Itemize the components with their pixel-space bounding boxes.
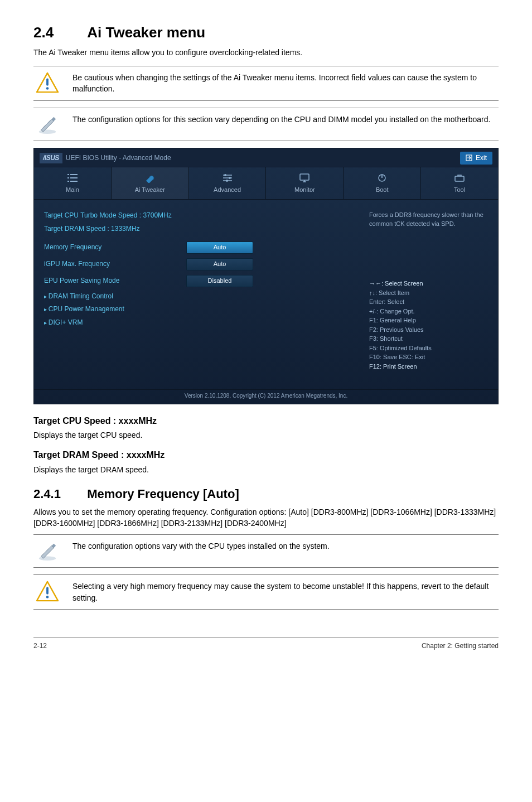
- target-dram-body: Displays the target DRAM speed.: [33, 464, 499, 475]
- bios-brand: /ISUS UEFI BIOS Utility - Advanced Mode: [40, 153, 171, 163]
- tab-ai-label: Ai Tweaker: [135, 186, 165, 193]
- page-footer: 2-12 Chapter 2: Getting started: [33, 637, 499, 651]
- chapter-label: Chapter 2: Getting started: [422, 641, 499, 651]
- key-b: ↑↓: Select Item: [369, 288, 490, 298]
- subsection-heading: 2.4.1 Memory Frequency [Auto]: [33, 485, 499, 503]
- key-h: F5: Optimized Defaults: [369, 344, 490, 353]
- list-icon: [66, 173, 79, 183]
- config-note-text: The configuration options for this secti…: [72, 114, 499, 125]
- key-d: +/-: Change Opt.: [369, 307, 490, 316]
- svg-rect-12: [455, 176, 464, 181]
- exit-button[interactable]: Exit: [460, 152, 492, 165]
- sub-digi-vrm[interactable]: DIGI+ VRM: [44, 318, 351, 327]
- exit-label: Exit: [476, 153, 487, 163]
- svg-point-2: [46, 87, 49, 90]
- igpu-label: iGPU Max. Frequency: [44, 259, 186, 269]
- bios-options-panel: Target CPU Turbo Mode Speed : 3700MHz Ta…: [34, 200, 361, 389]
- target-cpu-line: Target CPU Turbo Mode Speed : 3700MHz: [44, 211, 351, 220]
- mem-freq-value[interactable]: Auto: [186, 241, 253, 254]
- unstable-note: Selecting a very high memory frequency m…: [33, 574, 499, 610]
- bios-titlebar: /ISUS UEFI BIOS Utility - Advanced Mode …: [34, 148, 498, 167]
- tab-monitor[interactable]: Monitor: [266, 167, 344, 199]
- bios-screenshot: /ISUS UEFI BIOS Utility - Advanced Mode …: [33, 148, 499, 404]
- bios-footer: Version 2.10.1208. Copyright (C) 2012 Am…: [34, 389, 498, 404]
- bios-tabbar: Main Ai Tweaker Advanced Monitor Boot To…: [34, 167, 498, 200]
- tab-main[interactable]: Main: [34, 167, 112, 199]
- row-memory-frequency[interactable]: Memory Frequency Auto: [44, 241, 351, 254]
- svg-rect-10: [300, 174, 309, 180]
- mem-freq-label: Memory Frequency: [44, 243, 186, 252]
- key-e: F1: General Help: [369, 316, 490, 325]
- row-igpu-frequency[interactable]: iGPU Max. Frequency Auto: [44, 258, 351, 270]
- bios-help-panel: Forces a DDR3 frequency slower than the …: [361, 200, 498, 389]
- toolbox-icon: [453, 173, 466, 183]
- target-dram-line: Target DRAM Speed : 1333MHz: [44, 224, 351, 234]
- tab-advanced[interactable]: Advanced: [189, 167, 267, 199]
- sub-cpu-power[interactable]: CPU Power Management: [44, 305, 351, 314]
- warning-icon: [33, 581, 61, 602]
- warning-icon: [33, 72, 61, 93]
- svg-point-9: [226, 180, 228, 182]
- subsection-body: Allows you to set the memory operating f…: [33, 506, 499, 529]
- pencil-icon: [33, 540, 61, 562]
- bios-help-text: Forces a DDR3 frequency slower than the …: [369, 211, 490, 229]
- key-c: Enter: Select: [369, 297, 490, 307]
- tab-monitor-label: Monitor: [294, 186, 315, 193]
- sub-dram-timing[interactable]: DRAM Timing Control: [44, 292, 351, 301]
- asus-logo: /ISUS: [40, 153, 62, 163]
- key-j: F12: Print Screen: [369, 362, 490, 371]
- pencil-icon: [33, 114, 61, 135]
- tab-tool-label: Tool: [454, 186, 465, 193]
- tab-boot[interactable]: Boot: [344, 167, 421, 199]
- cpu-types-text: The configuration options vary with the …: [72, 540, 499, 552]
- page-number: 2-12: [33, 641, 47, 651]
- bios-mode-label: UEFI BIOS Utility - Advanced Mode: [66, 153, 171, 163]
- monitor-icon: [298, 173, 311, 183]
- power-icon: [376, 173, 388, 183]
- tab-main-label: Main: [66, 186, 79, 193]
- section-intro: The Ai Tweaker menu items allow you to c…: [33, 47, 499, 58]
- exit-icon: [466, 154, 472, 161]
- igpu-value[interactable]: Auto: [186, 258, 253, 270]
- sliders-icon: [221, 173, 234, 183]
- caution-note: Be cautious when changing the settings o…: [33, 66, 499, 101]
- bios-body: Target CPU Turbo Mode Speed : 3700MHz Ta…: [34, 200, 498, 389]
- wrench-icon: [144, 173, 156, 183]
- key-i: F10: Save ESC: Exit: [369, 352, 490, 362]
- key-g: F3: Shortcut: [369, 334, 490, 344]
- epu-value[interactable]: Disabled: [186, 275, 253, 287]
- section-number: 2.4: [33, 22, 84, 44]
- cpu-types-note: The configuration options vary with the …: [33, 534, 499, 568]
- subsection-number: 2.4.1: [33, 485, 84, 503]
- svg-point-18: [46, 596, 49, 598]
- tab-tool[interactable]: Tool: [421, 167, 498, 199]
- caution-text: Be cautious when changing the settings o…: [72, 72, 499, 95]
- target-cpu-head: Target CPU Speed : xxxxMHz: [33, 414, 499, 427]
- target-dram-head: Target DRAM Speed : xxxxMHz: [33, 448, 499, 461]
- epu-label: EPU Power Saving Mode: [44, 276, 186, 286]
- tab-boot-label: Boot: [376, 186, 389, 193]
- row-epu-mode[interactable]: EPU Power Saving Mode Disabled: [44, 275, 351, 287]
- tab-advanced-label: Advanced: [214, 186, 241, 193]
- config-note: The configuration options for this secti…: [33, 108, 499, 141]
- tab-ai-tweaker[interactable]: Ai Tweaker: [112, 167, 189, 199]
- section-heading: 2.4 Ai Tweaker menu: [33, 22, 499, 44]
- bios-key-hints: →←: Select Screen ↑↓: Select Item Enter:…: [369, 279, 490, 371]
- subsection-title-text: Memory Frequency [Auto]: [87, 487, 239, 501]
- key-a: →←: Select Screen: [369, 279, 490, 288]
- key-f: F2: Previous Values: [369, 325, 490, 335]
- svg-point-7: [224, 174, 226, 176]
- target-cpu-body: Displays the target CPU speed.: [33, 429, 499, 441]
- svg-rect-17: [46, 587, 49, 595]
- svg-point-8: [229, 177, 231, 179]
- unstable-text: Selecting a very high memory frequency m…: [72, 581, 499, 603]
- svg-rect-1: [46, 78, 49, 85]
- section-title-text: Ai Tweaker menu: [87, 24, 205, 41]
